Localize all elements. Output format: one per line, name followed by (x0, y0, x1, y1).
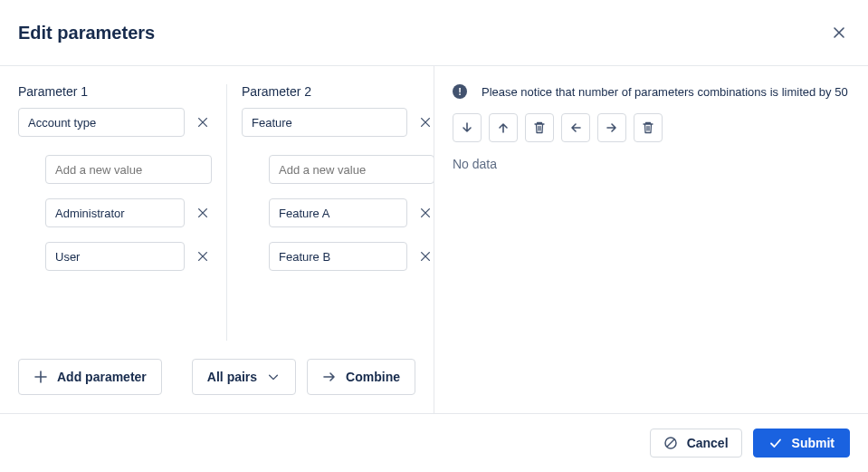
move-down-button[interactable] (453, 113, 482, 142)
notice-row: ! Please notice that number of parameter… (453, 84, 850, 99)
cancel-icon (663, 436, 678, 450)
modal-body: Parameter 1 (0, 66, 868, 413)
parameter-columns: Parameter 1 (0, 66, 434, 341)
parameter-name-input[interactable] (242, 108, 407, 137)
notice-text: Please notice that number of parameters … (482, 85, 848, 99)
parameters-footer: Add parameter All pairs Combine (0, 341, 434, 413)
move-right-button[interactable] (597, 113, 626, 142)
modal-footer: Cancel Submit (0, 414, 868, 472)
remove-value-button[interactable] (416, 247, 434, 265)
value-row (269, 242, 434, 271)
no-data-text: No data (453, 157, 850, 171)
arrow-right-icon (605, 120, 619, 135)
arrow-right-icon (322, 370, 337, 384)
arrow-up-icon (496, 120, 510, 135)
close-icon (196, 250, 209, 263)
parameter-label: Parameter 2 (242, 84, 434, 99)
remove-value-button[interactable] (416, 204, 434, 222)
move-left-button[interactable] (561, 113, 590, 142)
remove-value-button[interactable] (194, 204, 212, 222)
close-icon (196, 116, 209, 129)
parameter-name-row (242, 108, 434, 137)
value-row (45, 198, 212, 227)
combine-button[interactable]: Combine (307, 359, 415, 395)
close-icon (832, 25, 846, 40)
edit-parameters-modal: Edit parameters Parameter 1 (0, 0, 868, 472)
move-up-button[interactable] (489, 113, 518, 142)
value-row (269, 198, 434, 227)
remove-parameter-button[interactable] (194, 113, 212, 131)
parameters-pane: Parameter 1 (0, 66, 434, 413)
trash-icon (641, 120, 655, 135)
combinations-pane: ! Please notice that number of parameter… (434, 66, 868, 413)
pairs-dropdown[interactable]: All pairs (192, 359, 296, 395)
delete-column-button[interactable] (634, 113, 663, 142)
add-parameter-label: Add parameter (57, 370, 147, 384)
check-icon (768, 436, 783, 450)
parameter-column-1: Parameter 1 (18, 84, 226, 341)
trash-icon (532, 120, 547, 135)
parameter-column-2: Parameter 2 (226, 84, 434, 341)
chevron-down-icon (266, 370, 281, 384)
close-icon (419, 250, 432, 263)
close-button[interactable] (828, 22, 850, 43)
remove-parameter-button[interactable] (416, 113, 434, 131)
value-input[interactable] (269, 242, 407, 271)
add-value-input[interactable] (45, 155, 212, 184)
add-value-row (45, 155, 212, 184)
submit-label: Submit (792, 436, 835, 450)
add-value-row (269, 155, 434, 184)
value-input[interactable] (269, 198, 407, 227)
value-input[interactable] (45, 242, 185, 271)
parameter-name-row (18, 108, 212, 137)
delete-button[interactable] (525, 113, 554, 142)
combine-label: Combine (346, 370, 400, 384)
arrow-left-icon (568, 120, 583, 135)
parameter-name-input[interactable] (18, 108, 185, 137)
modal-header: Edit parameters (0, 0, 868, 65)
combinations-toolbar (453, 113, 850, 142)
value-input[interactable] (45, 198, 185, 227)
modal-title: Edit parameters (18, 23, 155, 43)
info-icon: ! (453, 84, 467, 99)
parameter-values (18, 155, 212, 271)
value-row (45, 242, 212, 271)
close-icon (419, 116, 432, 129)
add-value-input[interactable] (269, 155, 434, 184)
submit-button[interactable]: Submit (753, 429, 850, 458)
plus-icon (33, 370, 48, 384)
parameter-values (242, 155, 434, 271)
parameter-label: Parameter 1 (18, 84, 212, 99)
cancel-label: Cancel (687, 436, 729, 450)
pairs-dropdown-label: All pairs (207, 370, 257, 384)
add-parameter-button[interactable]: Add parameter (18, 359, 162, 395)
arrow-down-icon (460, 120, 474, 135)
cancel-button[interactable]: Cancel (650, 429, 742, 458)
close-icon (196, 207, 209, 219)
remove-value-button[interactable] (194, 247, 212, 265)
close-icon (419, 207, 432, 219)
